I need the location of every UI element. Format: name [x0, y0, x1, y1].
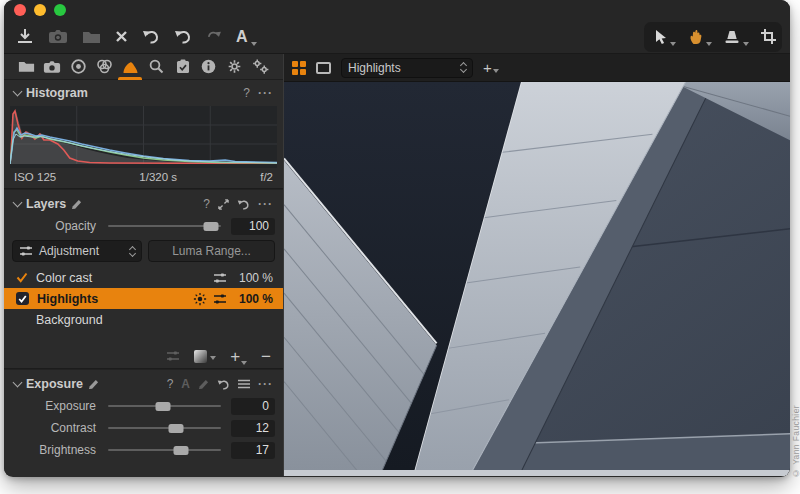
tab-lens-icon[interactable] [66, 55, 90, 79]
layer-enabled-checkbox[interactable] [16, 292, 29, 305]
tab-details-icon[interactable] [145, 55, 169, 79]
shutter-value: 1/320 s [139, 171, 177, 183]
more-options-icon[interactable]: ··· [258, 377, 273, 391]
move-to-folder-icon[interactable] [82, 25, 101, 49]
reset-icon[interactable] [217, 379, 230, 390]
zoom-window-button[interactable] [54, 4, 66, 16]
exposure-adjustment-sun-icon [193, 292, 207, 306]
capture-one-window: A [4, 0, 790, 477]
loupe-tool[interactable] [724, 25, 749, 49]
plus-icon: + [230, 348, 240, 365]
more-options-icon[interactable]: ··· [258, 197, 273, 211]
mask-adjustments-icon[interactable] [213, 293, 227, 305]
mask-adjustments-icon[interactable] [213, 272, 227, 284]
layer-name: Background [36, 313, 273, 327]
capture-icon[interactable] [48, 25, 68, 49]
layer-enabled-check-icon[interactable] [16, 272, 28, 283]
exposure-header: Exposure ? A ··· [4, 373, 283, 395]
import-icon[interactable] [16, 25, 34, 49]
collapse-chevron-icon[interactable] [13, 378, 23, 388]
select-cursor-tool[interactable] [654, 25, 676, 49]
opacity-slider-row: Opacity 100 [4, 215, 283, 237]
layer-controls-row: Adjustment Luma Range... [4, 237, 283, 267]
chevron-down-icon [251, 42, 257, 46]
copy-adjustments-icon[interactable] [166, 350, 180, 362]
layer-opacity-value: 100 % [239, 292, 273, 306]
layers-header: Layers ? ··· [4, 193, 283, 215]
chevron-down-icon [743, 42, 749, 46]
exposure-value[interactable]: 0 [231, 398, 275, 415]
reset-icon[interactable] [237, 199, 250, 210]
tool-tab-bar [4, 54, 283, 80]
titlebar [4, 0, 790, 20]
tab-library-icon[interactable] [14, 55, 38, 79]
multi-view-grid-icon[interactable] [292, 61, 306, 75]
chevron-down-icon [241, 361, 247, 365]
layer-row-highlights[interactable]: Highlights 100 % [4, 288, 283, 309]
auto-adjust-icon[interactable]: A [181, 377, 190, 391]
add-layer-button[interactable]: + [230, 348, 247, 365]
tab-settings-icon[interactable] [223, 55, 247, 79]
contrast-slider-handle[interactable] [168, 424, 183, 433]
contrast-slider[interactable] [108, 421, 221, 435]
add-viewer-layer-button[interactable]: + [483, 60, 499, 76]
brush-icon-disabled[interactable] [198, 379, 209, 390]
tab-color-icon[interactable] [92, 55, 116, 79]
collapse-chevron-icon[interactable] [13, 87, 23, 97]
luma-range-button[interactable]: Luma Range... [148, 240, 275, 262]
layer-name: Highlights [37, 292, 193, 306]
presets-menu-icon[interactable] [238, 379, 250, 389]
collapse-chevron-icon[interactable] [13, 198, 23, 208]
tab-info-icon[interactable] [197, 55, 221, 79]
plus-icon: + [483, 60, 492, 75]
help-icon[interactable]: ? [243, 86, 250, 100]
text-style-tool[interactable]: A [236, 25, 257, 49]
undo-icon[interactable] [174, 25, 192, 49]
pan-hand-tool[interactable] [688, 25, 712, 49]
main-toolbar: A [4, 20, 790, 54]
chevron-down-icon [670, 42, 676, 46]
expand-arrows-icon[interactable] [218, 199, 229, 210]
brightness-slider-handle[interactable] [174, 446, 189, 455]
viewer-bottom-edge [284, 470, 790, 476]
contrast-value[interactable]: 12 [231, 420, 275, 437]
viewer-toolbar: Highlights + [284, 54, 790, 82]
iso-value: ISO 125 [14, 171, 56, 183]
brush-icon [71, 199, 82, 210]
brightness-slider-row: Brightness 17 [4, 439, 283, 461]
redo-icon[interactable] [206, 25, 222, 49]
close-window-button[interactable] [14, 4, 26, 16]
layer-row-background[interactable]: Background [4, 309, 283, 330]
layer-row-color-cast[interactable]: Color cast 100 % [4, 267, 283, 288]
help-icon[interactable]: ? [167, 377, 174, 391]
exposure-slider[interactable] [108, 399, 221, 413]
viewer-layer-selector-value: Highlights [348, 61, 455, 75]
brightness-value[interactable]: 17 [231, 442, 275, 459]
delete-x-icon[interactable] [115, 25, 128, 49]
single-view-icon[interactable] [316, 62, 331, 74]
tab-capture-icon[interactable] [40, 55, 64, 79]
sliders-icon [19, 245, 33, 257]
contrast-slider-row: Contrast 12 [4, 417, 283, 439]
updown-chevrons-icon [461, 63, 466, 72]
photo-canvas[interactable] [284, 82, 790, 470]
viewer-layer-selector[interactable]: Highlights [341, 58, 473, 78]
exposure-slider-handle[interactable] [156, 402, 171, 411]
brightness-label: Brightness [4, 443, 108, 457]
remove-layer-button[interactable]: − [261, 348, 271, 365]
crop-tool[interactable] [761, 25, 776, 49]
adjustment-type-dropdown[interactable]: Adjustment [12, 240, 142, 262]
brightness-slider[interactable] [108, 443, 221, 457]
opacity-slider[interactable] [108, 219, 221, 233]
tab-exposure-icon[interactable] [118, 55, 142, 79]
architecture-photo [284, 82, 790, 470]
opacity-slider-handle[interactable] [203, 222, 218, 231]
tab-plugins-icon[interactable] [249, 55, 273, 79]
help-icon[interactable]: ? [203, 197, 210, 211]
minimize-window-button[interactable] [34, 4, 46, 16]
mask-display-button[interactable] [194, 350, 216, 363]
reset-adjustments-icon[interactable] [142, 25, 160, 49]
tab-metadata-icon[interactable] [171, 55, 195, 79]
more-options-icon[interactable]: ··· [258, 86, 273, 100]
opacity-value[interactable]: 100 [231, 218, 275, 235]
